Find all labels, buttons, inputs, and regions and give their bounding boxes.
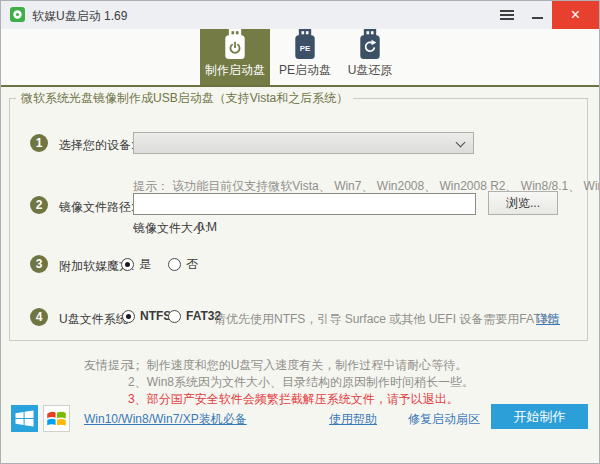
step2-label: 镜像文件路径: (59, 199, 134, 216)
panel-legend: 微软系统光盘镜像制作成USB启动盘（支持Vista和之后系统） (16, 90, 353, 107)
step3-number: 3 (30, 255, 48, 273)
usb-pe-icon: PE (292, 29, 318, 59)
tip-line-2: 2、Win8系统因为文件大小、目录结构的原因制作时间稍长一些。 (128, 374, 474, 391)
chevron-down-icon (456, 138, 466, 148)
tab-label: 制作启动盘 (205, 62, 265, 79)
tab-make-boot-disk[interactable]: 制作启动盘 (200, 29, 270, 85)
radio-magic-no[interactable]: 否 (168, 256, 198, 273)
tab-label: PE启动盘 (279, 62, 331, 79)
usb-restore-icon (357, 29, 383, 59)
step4-number: 4 (30, 308, 48, 326)
minimize-icon (532, 17, 543, 19)
details-link[interactable]: 详情 (536, 311, 560, 328)
step1-label: 选择您的设备: (59, 137, 134, 154)
essentials-link[interactable]: Win10/Win8/Win7/XP装机必备 (84, 411, 247, 428)
windows7-logo-button[interactable] (43, 405, 70, 432)
repair-boot-sector-link[interactable]: 修复启动扇区 (408, 411, 480, 428)
image-path-input[interactable] (133, 193, 476, 215)
toolbar: 制作启动盘 PE PE启动盘 U盘还原 (1, 29, 599, 85)
title-bar: 软媒U盘启动 1.69 × (1, 1, 599, 29)
step4-label: U盘文件系统: (59, 311, 131, 328)
minimize-button[interactable] (525, 1, 551, 29)
device-select-dropdown[interactable] (133, 132, 474, 154)
window-title: 软媒U盘启动 1.69 (32, 8, 127, 25)
tip-line-1: 1、制作速度和您的U盘写入速度有关，制作过程中请耐心等待。 (128, 357, 467, 374)
radio-icon (168, 310, 181, 323)
radio-icon (121, 258, 134, 271)
step2-number: 2 (30, 196, 48, 214)
hamburger-menu-icon[interactable] (495, 1, 519, 29)
start-make-button[interactable]: 开始制作 (491, 404, 588, 429)
app-window: 软媒U盘启动 1.69 × 制作启动盘 (0, 0, 600, 464)
filesystem-hint: 请优先使用NTFS，引导 Surface 或其他 UEFI 设备需要用FAT32… (214, 311, 566, 328)
image-size-value: 0 M (197, 220, 217, 234)
help-link[interactable]: 使用帮助 (329, 411, 377, 428)
step1-number: 1 (30, 134, 48, 152)
windows8-logo-button[interactable] (11, 405, 38, 432)
svg-text:PE: PE (300, 44, 311, 53)
tab-label: U盘还原 (348, 62, 393, 79)
tip-line-3: 3、部分国产安全软件会频繁拦截解压系统文件，请予以退出。 (128, 391, 459, 408)
toolbar-separator (1, 85, 599, 87)
tab-usb-restore[interactable]: U盘还原 (340, 29, 400, 85)
make-boot-panel: 微软系统光盘镜像制作成USB启动盘（支持Vista和之后系统） 1 选择您的设备… (9, 98, 588, 341)
radio-icon (122, 310, 135, 323)
browse-button[interactable]: 浏览... (488, 191, 558, 215)
tab-pe-boot-disk[interactable]: PE PE启动盘 (273, 29, 337, 85)
usb-power-icon (222, 29, 248, 59)
radio-icon (168, 258, 181, 271)
close-button[interactable]: × (552, 1, 599, 29)
radio-ntfs[interactable]: NTFS (122, 309, 171, 323)
app-logo-icon (10, 7, 25, 22)
windows7-logo-icon (44, 406, 69, 431)
windows8-logo-icon (11, 405, 38, 432)
radio-magic-yes[interactable]: 是 (121, 256, 151, 273)
